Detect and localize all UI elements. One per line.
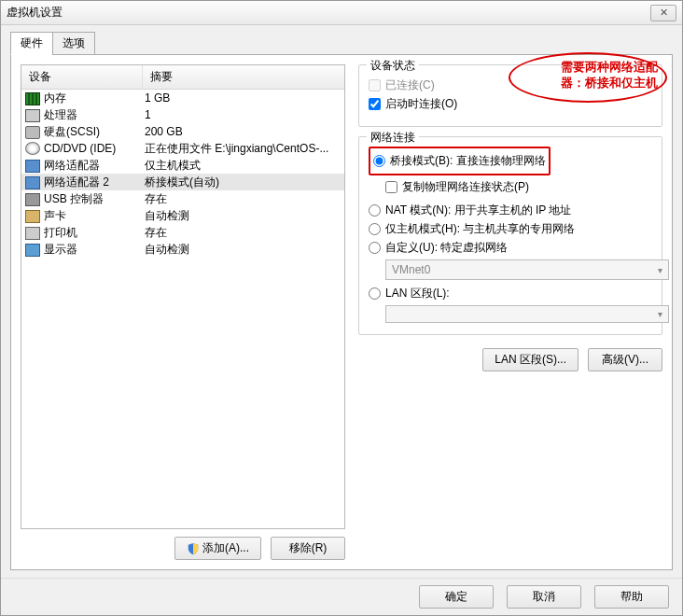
network-connection-group: 网络连接 桥接模式(B): 直接连接物理网络 复制物理网络连接状态(P) bbox=[358, 136, 662, 335]
advanced-button[interactable]: 高级(V)... bbox=[588, 348, 662, 371]
device-name: CD/DVD (IDE) bbox=[44, 142, 145, 155]
device-row[interactable]: 显示器自动检测 bbox=[21, 241, 344, 258]
tab-options[interactable]: 选项 bbox=[52, 32, 95, 55]
device-name: 声卡 bbox=[44, 208, 145, 224]
device-summary: 200 GB bbox=[145, 125, 341, 138]
device-name: 显示器 bbox=[44, 242, 145, 258]
left-column: 设备 摘要 内存1 GB处理器1硬盘(SCSI)200 GBCD/DVD (ID… bbox=[21, 64, 345, 560]
header-summary[interactable]: 摘要 bbox=[143, 65, 344, 89]
help-button[interactable]: 帮助 bbox=[594, 585, 669, 609]
lan-segments-button[interactable]: LAN 区段(S)... bbox=[482, 348, 578, 371]
custom-label: 自定义(U): 特定虚拟网络 bbox=[385, 240, 508, 256]
bridged-radio[interactable]: 桥接模式(B): 直接连接物理网络 bbox=[373, 153, 546, 169]
titlebar: 虚拟机设置 ✕ bbox=[1, 1, 682, 25]
columns: 设备 摘要 内存1 GB处理器1硬盘(SCSI)200 GBCD/DVD (ID… bbox=[21, 64, 662, 560]
device-summary: 存在 bbox=[145, 225, 341, 241]
hostonly-label: 仅主机模式(H): 与主机共享的专用网络 bbox=[385, 221, 575, 237]
hdd-icon bbox=[25, 126, 40, 139]
device-name: 网络适配器 2 bbox=[44, 175, 145, 190]
vm-settings-window: 虚拟机设置 ✕ 硬件 选项 设备 摘要 内存1 GB处理器1硬盘(SCSI)20… bbox=[0, 0, 683, 616]
lan-segment-input[interactable] bbox=[369, 287, 381, 300]
list-rows: 内存1 GB处理器1硬盘(SCSI)200 GBCD/DVD (IDE)正在使用… bbox=[21, 90, 344, 258]
uac-shield-icon bbox=[187, 542, 200, 555]
replicate-input[interactable] bbox=[385, 181, 397, 193]
device-name: USB 控制器 bbox=[44, 191, 145, 207]
header-device[interactable]: 设备 bbox=[21, 65, 143, 89]
cancel-button[interactable]: 取消 bbox=[507, 585, 581, 609]
window-title: 虚拟机设置 bbox=[7, 5, 63, 21]
left-buttons: 添加(A)... 移除(R) bbox=[21, 537, 345, 560]
chevron-down-icon: ▾ bbox=[658, 309, 662, 319]
custom-network-select: VMnet0 ▾ bbox=[385, 259, 669, 280]
close-button[interactable]: ✕ bbox=[650, 5, 676, 21]
lan-segment-select: ▾ bbox=[385, 305, 669, 323]
monitor-icon bbox=[25, 244, 40, 257]
device-status-title: 设备状态 bbox=[367, 58, 419, 74]
device-summary: 存在 bbox=[145, 191, 341, 207]
replicate-label: 复制物理网络连接状态(P) bbox=[402, 179, 529, 195]
connected-label: 已连接(C) bbox=[385, 77, 435, 93]
right-column: 设备状态 需要两种网络适配 器：桥接和仅主机 已连接(C) 启动时连接( bbox=[358, 64, 662, 560]
device-row[interactable]: CD/DVD (IDE)正在使用文件 E:\jingxiang\CentOS-.… bbox=[21, 140, 344, 157]
device-row[interactable]: 内存1 GB bbox=[21, 90, 344, 106]
nat-label: NAT 模式(N): 用于共享主机的 IP 地址 bbox=[385, 203, 571, 218]
device-name: 网络适配器 bbox=[44, 158, 145, 174]
custom-input[interactable] bbox=[369, 242, 381, 254]
add-button-label: 添加(A)... bbox=[202, 541, 249, 554]
hostonly-radio[interactable]: 仅主机模式(H): 与主机共享的专用网络 bbox=[369, 221, 652, 237]
device-summary: 自动检测 bbox=[145, 208, 341, 224]
replicate-checkbox[interactable]: 复制物理网络连接状态(P) bbox=[385, 179, 652, 195]
ok-button[interactable]: 确定 bbox=[419, 585, 494, 609]
connect-at-poweron-input[interactable] bbox=[369, 98, 381, 110]
device-list[interactable]: 设备 摘要 内存1 GB处理器1硬盘(SCSI)200 GBCD/DVD (ID… bbox=[21, 64, 345, 529]
device-summary: 1 bbox=[145, 108, 341, 121]
connected-checkbox: 已连接(C) bbox=[369, 77, 652, 93]
device-row[interactable]: 网络适配器仅主机模式 bbox=[21, 157, 344, 174]
net-icon bbox=[25, 160, 40, 173]
remove-button[interactable]: 移除(R) bbox=[271, 537, 345, 560]
device-summary: 自动检测 bbox=[145, 242, 341, 258]
cpu-icon bbox=[25, 109, 40, 122]
bridged-input[interactable] bbox=[373, 155, 385, 167]
hostonly-input[interactable] bbox=[369, 223, 381, 235]
sound-icon bbox=[25, 210, 40, 223]
chevron-down-icon: ▾ bbox=[658, 265, 662, 275]
tab-hardware[interactable]: 硬件 bbox=[10, 32, 53, 55]
footer: 确定 取消 帮助 bbox=[1, 578, 682, 615]
connect-at-poweron-checkbox[interactable]: 启动时连接(O) bbox=[369, 96, 652, 112]
device-row[interactable]: 声卡自动检测 bbox=[21, 207, 344, 224]
device-row[interactable]: 打印机存在 bbox=[21, 224, 344, 241]
device-row[interactable]: 处理器1 bbox=[21, 106, 344, 123]
device-row[interactable]: 网络适配器 2桥接模式(自动) bbox=[21, 174, 344, 190]
connect-at-poweron-label: 启动时连接(O) bbox=[385, 96, 457, 112]
cd-icon bbox=[25, 142, 40, 155]
printer-icon bbox=[25, 227, 40, 240]
network-title: 网络连接 bbox=[367, 130, 419, 146]
memory-icon bbox=[25, 92, 40, 105]
tabs: 硬件 选项 bbox=[10, 32, 673, 55]
connected-input bbox=[369, 79, 381, 91]
bridged-highlight: 桥接模式(B): 直接连接物理网络 bbox=[369, 147, 551, 175]
content: 硬件 选项 设备 摘要 内存1 GB处理器1硬盘(SCSI)200 GBCD/D… bbox=[1, 25, 682, 578]
device-status-group: 设备状态 需要两种网络适配 器：桥接和仅主机 已连接(C) 启动时连接( bbox=[358, 64, 662, 127]
device-name: 处理器 bbox=[44, 107, 145, 123]
bridged-label: 桥接模式(B): 直接连接物理网络 bbox=[390, 153, 546, 169]
custom-network-value: VMnet0 bbox=[392, 263, 430, 276]
lan-segment-radio[interactable]: LAN 区段(L): bbox=[369, 286, 652, 301]
nat-input[interactable] bbox=[369, 204, 381, 217]
list-header: 设备 摘要 bbox=[21, 65, 344, 90]
device-summary: 桥接模式(自动) bbox=[145, 175, 341, 190]
net-icon bbox=[25, 176, 40, 189]
device-name: 内存 bbox=[44, 91, 145, 106]
custom-radio[interactable]: 自定义(U): 特定虚拟网络 bbox=[369, 240, 652, 256]
right-buttons: LAN 区段(S)... 高级(V)... bbox=[358, 348, 662, 371]
device-summary: 正在使用文件 E:\jingxiang\CentOS-... bbox=[145, 141, 341, 157]
add-button[interactable]: 添加(A)... bbox=[174, 537, 261, 560]
device-row[interactable]: 硬盘(SCSI)200 GB bbox=[21, 123, 344, 140]
device-name: 硬盘(SCSI) bbox=[44, 124, 145, 140]
device-name: 打印机 bbox=[44, 225, 145, 241]
nat-radio[interactable]: NAT 模式(N): 用于共享主机的 IP 地址 bbox=[369, 203, 652, 218]
lan-segment-label: LAN 区段(L): bbox=[385, 286, 450, 301]
device-summary: 1 GB bbox=[145, 91, 341, 105]
device-row[interactable]: USB 控制器存在 bbox=[21, 190, 344, 207]
